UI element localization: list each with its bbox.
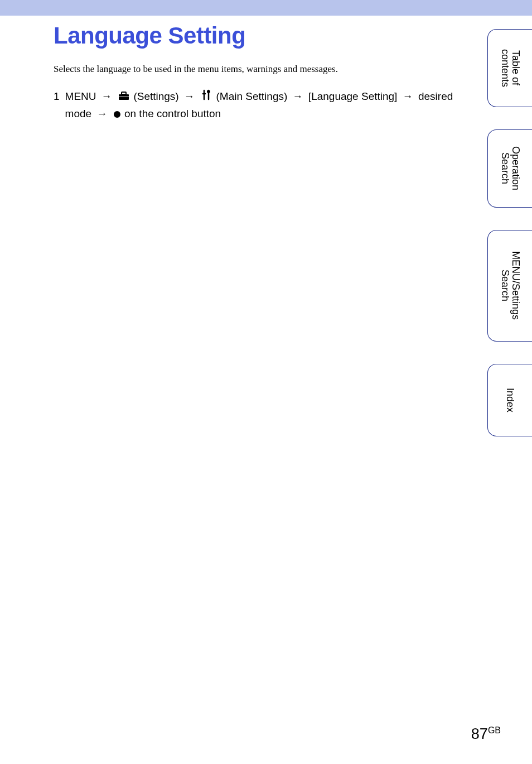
page-title: Language Setting: [54, 22, 457, 49]
main-settings-label: (Main Settings): [216, 90, 288, 102]
arrow-icon: →: [293, 88, 303, 105]
sidebar-tab-menu-settings-search[interactable]: MENU/Settings Search: [487, 230, 532, 342]
arrow-icon: →: [184, 88, 195, 105]
toolbox-icon: [118, 89, 129, 105]
main-content: Language Setting Selects the language to…: [0, 16, 457, 123]
settings-label: (Settings): [133, 90, 178, 102]
sidebar-tab-label: Index: [505, 388, 516, 412]
header-bar: [0, 0, 532, 16]
sidebar-tab-label: Table of contents: [499, 49, 521, 87]
svg-rect-1: [122, 92, 126, 94]
arrow-icon: →: [403, 88, 413, 105]
sidebar-tab-label: Operation Search: [499, 146, 521, 190]
step-number: 1: [54, 88, 60, 123]
sidebar-tab-operation-search[interactable]: Operation Search: [487, 129, 532, 208]
step-instruction: MENU → (Settings) → (Main Settings) →: [65, 88, 457, 123]
sidebar-nav: Table of contents Operation Search MENU/…: [487, 29, 532, 459]
page-number: 87: [471, 725, 488, 742]
sidebar-tab-index[interactable]: Index: [487, 364, 532, 436]
arrow-icon: →: [96, 105, 107, 122]
arrow-icon: →: [101, 88, 112, 105]
sidebar-tab-label: MENU/Settings Search: [499, 251, 521, 320]
svg-rect-3: [207, 90, 210, 93]
step-1: 1 MENU → (Settings) → (Main Setting: [54, 88, 457, 123]
language-setting-label: [Language Setting]: [308, 90, 398, 102]
page-region: GB: [488, 725, 501, 735]
intro-text: Selects the language to be used in the m…: [54, 64, 457, 75]
center-button-icon: [114, 111, 120, 118]
menu-text: MENU: [65, 90, 96, 102]
control-button-label: on the control button: [124, 108, 221, 119]
main-settings-icon: [201, 89, 212, 105]
sidebar-tab-table-of-contents[interactable]: Table of contents: [487, 29, 532, 107]
page-footer: 87GB: [471, 725, 501, 743]
svg-rect-2: [119, 97, 129, 97]
